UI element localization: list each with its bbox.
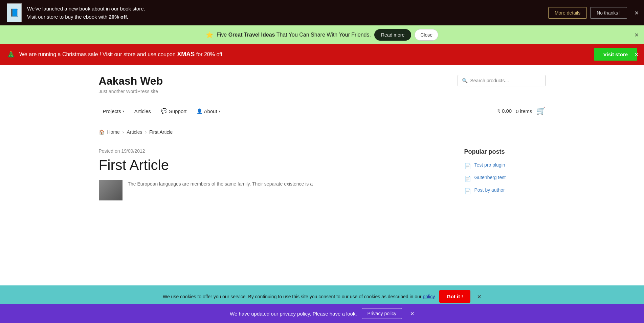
cart-items-label: 0 items (516, 108, 532, 114)
green-bar-dismiss-button[interactable]: × (635, 31, 639, 38)
top-bar-text: We've launched a new book about in our b… (27, 5, 548, 21)
popular-post-3: 📄 Post by author (464, 187, 546, 194)
nav-item-about[interactable]: 👤 About ▾ (193, 106, 224, 116)
about-chevron-icon: ▾ (219, 109, 220, 113)
breadcrumb-sep-2: › (145, 129, 147, 135)
top-bar-line1: We've launched a new book about in our b… (27, 5, 548, 13)
main-content: Aakash Web Just another WordPress site 🔍… (85, 65, 559, 200)
article-main: Posted on 19/09/2012 First Article The E… (99, 148, 444, 200)
nav-item-projects[interactable]: Projects ▾ (99, 106, 128, 116)
cart-price: ₹ 0.00 (497, 108, 512, 114)
article-date-link[interactable]: 19/09/2012 (121, 148, 145, 154)
green-bar-text: Five Great Travel Ideas That You Can Sha… (217, 32, 371, 38)
site-tagline: Just another WordPress site (99, 89, 163, 94)
support-bubble-icon: 💬 (161, 108, 168, 114)
cart-icon[interactable]: 🛒 (536, 107, 546, 115)
posted-on: Posted on 19/09/2012 (99, 148, 444, 154)
article-excerpt-text: The European languages are members of th… (128, 180, 313, 188)
home-icon: 🏠 (99, 129, 105, 135)
popular-post-link-3[interactable]: Post by author (474, 187, 505, 193)
top-bar-line2: Visit our store to buy the ebook with 20… (27, 13, 548, 21)
breadcrumb: 🏠 Home › Articles › First Article (99, 129, 546, 135)
search-box[interactable]: 🔍 (458, 75, 546, 86)
red-christmas-bar: 🎄 We are running a Christmas sale ! Visi… (0, 44, 644, 65)
book-icon: 📘 (7, 3, 22, 22)
popular-post-link-1[interactable]: Test pro plugin (474, 162, 505, 168)
breadcrumb-home-link[interactable]: Home (107, 129, 120, 135)
site-header: Aakash Web Just another WordPress site 🔍 (99, 75, 546, 94)
projects-chevron-icon: ▾ (123, 109, 124, 113)
popular-post-2: 📄 Gutenberg test (464, 175, 546, 182)
top-bar-buttons: More details No thanks ! (548, 7, 627, 19)
christmas-tree-icon: 🎄 (7, 50, 15, 59)
green-info-bar: ⭐ Five Great Travel Ideas That You Can S… (0, 25, 644, 44)
article-excerpt: The European languages are members of th… (99, 180, 444, 200)
top-notification-bar: 📘 We've launched a new book about in our… (0, 0, 644, 25)
post-doc-icon-3: 📄 (464, 188, 471, 194)
nav-item-articles[interactable]: Articles (130, 106, 155, 116)
search-input[interactable] (470, 78, 541, 83)
search-icon: 🔍 (462, 78, 468, 83)
breadcrumb-articles-link[interactable]: Articles (127, 129, 142, 135)
article-thumbnail (99, 180, 123, 200)
popular-posts-title: Popular posts (464, 148, 546, 155)
read-more-button[interactable]: Read more (374, 29, 411, 41)
star-icon: ⭐ (206, 31, 213, 39)
popular-post-link-2[interactable]: Gutenberg test (474, 175, 506, 180)
person-icon: 👤 (197, 108, 202, 114)
breadcrumb-sep-1: › (123, 129, 124, 135)
site-nav: Projects ▾ Articles 💬 Support 👤 About ▾ … (99, 101, 546, 121)
close-green-button[interactable]: Close (415, 29, 438, 41)
popular-post-1: 📄 Test pro plugin (464, 162, 546, 169)
visit-store-button[interactable]: Visit store (594, 48, 637, 61)
article-title: First Article (99, 157, 444, 173)
breadcrumb-current: First Article (149, 129, 173, 135)
site-branding: Aakash Web Just another WordPress site (99, 75, 163, 94)
nav-item-support[interactable]: 💬 Support (157, 106, 191, 116)
red-bar-text: We are running a Christmas sale ! Visit … (19, 51, 590, 58)
red-bar-dismiss-button[interactable]: × (635, 51, 639, 58)
post-doc-icon-2: 📄 (464, 175, 471, 182)
cart-area: ₹ 0.00 0 items 🛒 (497, 107, 546, 115)
content-area: Posted on 19/09/2012 First Article The E… (99, 148, 546, 200)
sidebar: Popular posts 📄 Test pro plugin 📄 Gutenb… (464, 148, 546, 200)
more-details-button[interactable]: More details (548, 7, 587, 19)
post-doc-icon-1: 📄 (464, 163, 471, 169)
nav-items: Projects ▾ Articles 💬 Support 👤 About ▾ (99, 106, 224, 116)
top-bar-close-button[interactable]: × (635, 9, 639, 16)
no-thanks-button[interactable]: No thanks ! (590, 7, 627, 19)
site-title: Aakash Web (99, 75, 163, 87)
